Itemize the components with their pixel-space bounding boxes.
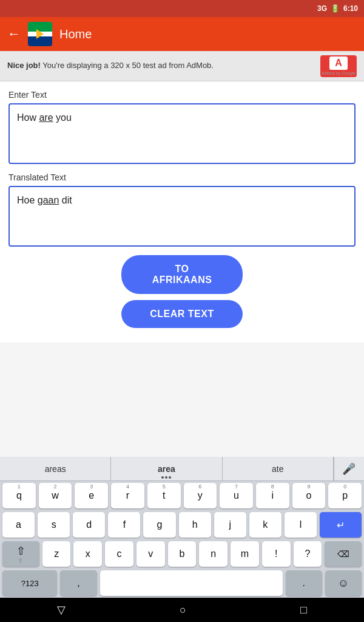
app-bar: ← Home [0, 17, 364, 51]
key-o[interactable]: 9o [292, 483, 326, 508]
key-f[interactable]: f [108, 512, 140, 538]
key-l[interactable]: l [285, 512, 317, 538]
space-bar[interactable] [100, 570, 283, 596]
back-button[interactable]: ← [7, 26, 21, 42]
key-s[interactable]: s [38, 512, 70, 538]
app-title: Home [59, 27, 92, 41]
key-n[interactable]: n [199, 541, 228, 567]
key-x[interactable]: x [73, 541, 102, 567]
period-key[interactable]: . [286, 570, 322, 596]
num-sym-key[interactable]: ?123 [2, 570, 57, 596]
key-h[interactable]: h [179, 512, 211, 538]
key-g[interactable]: g [143, 512, 175, 538]
key-c[interactable]: c [105, 541, 133, 567]
ad-banner[interactable]: Nice job! You're displaying a 320 x 50 t… [0, 51, 364, 81]
keyboard-row-3: ⇧⇧ z x c v b n m ! ? ⌫ [0, 539, 364, 569]
key-r[interactable]: 4r [111, 483, 144, 508]
shift-key[interactable]: ⇧⇧ [2, 541, 39, 567]
keyboard: areas area ate 🎤 1q 2w 3e 4r 5t 6y 7u 8i… [0, 457, 364, 598]
key-d[interactable]: d [73, 512, 105, 538]
key-p[interactable]: 0p [328, 483, 362, 508]
key-e[interactable]: 3e [75, 483, 108, 508]
suggestion-areas[interactable]: areas [0, 457, 111, 480]
nav-recents[interactable]: □ [300, 604, 307, 617]
main-content: Enter Text How are you Translated Text H… [0, 81, 364, 343]
nav-back[interactable]: ▽ [57, 603, 66, 617]
to-afrikaans-button[interactable]: TO AFRIKAANS [121, 255, 243, 294]
suggestion-ate[interactable]: ate [223, 457, 334, 480]
key-v[interactable]: v [136, 541, 165, 567]
suggestion-area[interactable]: area [111, 457, 222, 480]
signal-indicator: 3G [317, 4, 327, 13]
status-bar: 3G 🔋 6:10 [0, 0, 364, 17]
input-text-box[interactable]: How are you [8, 103, 356, 164]
nav-home[interactable]: ○ [180, 604, 186, 617]
status-bar-right: 3G 🔋 6:10 [317, 4, 358, 13]
nav-bar: ▽ ○ □ [0, 598, 364, 622]
key-exclaim[interactable]: ! [262, 541, 291, 567]
keyboard-row-2: a s d f g h j k l ↵ [0, 510, 364, 539]
translated-text: Hoe gaan dit [17, 195, 72, 205]
ad-logo: A AdMob by Google [320, 55, 357, 77]
keyboard-row-1: 1q 2w 3e 4r 5t 6y 7u 8i 9o 0p [0, 481, 364, 510]
translated-text-box[interactable]: Hoe gaan dit [8, 186, 356, 247]
comma-key[interactable]: , [60, 570, 96, 596]
emoji-key[interactable]: ☺ [325, 570, 362, 596]
clear-text-button[interactable]: CLEAR TEXT [121, 300, 243, 328]
key-a[interactable]: a [2, 512, 35, 538]
key-z[interactable]: z [42, 541, 71, 567]
key-j[interactable]: j [214, 512, 246, 538]
key-m[interactable]: m [231, 541, 259, 567]
enter-key[interactable]: ↵ [320, 512, 362, 538]
backspace-key[interactable]: ⌫ [325, 541, 362, 567]
keyboard-row-4: ?123 , . ☺ [0, 569, 364, 598]
key-b[interactable]: b [168, 541, 197, 567]
key-question[interactable]: ? [294, 541, 322, 567]
battery-icon: 🔋 [331, 4, 340, 13]
input-text: How are you [17, 112, 72, 123]
key-w[interactable]: 2w [39, 483, 72, 508]
ad-text: Nice job! You're displaying a 320 x 50 t… [7, 60, 214, 71]
key-u[interactable]: 7u [220, 483, 253, 508]
time-display: 6:10 [343, 4, 358, 13]
mic-button[interactable]: 🎤 [334, 457, 364, 480]
keyboard-suggestions: areas area ate 🎤 [0, 457, 364, 481]
key-t[interactable]: 5t [147, 483, 181, 508]
translated-text-label: Translated Text [8, 173, 356, 182]
enter-text-label: Enter Text [8, 90, 356, 100]
key-i[interactable]: 8i [256, 483, 289, 508]
action-buttons: TO AFRIKAANS CLEAR TEXT [8, 255, 356, 334]
key-y[interactable]: 6y [184, 483, 217, 508]
key-k[interactable]: k [249, 512, 281, 538]
flag-icon [28, 22, 52, 46]
key-q[interactable]: 1q [2, 483, 36, 508]
